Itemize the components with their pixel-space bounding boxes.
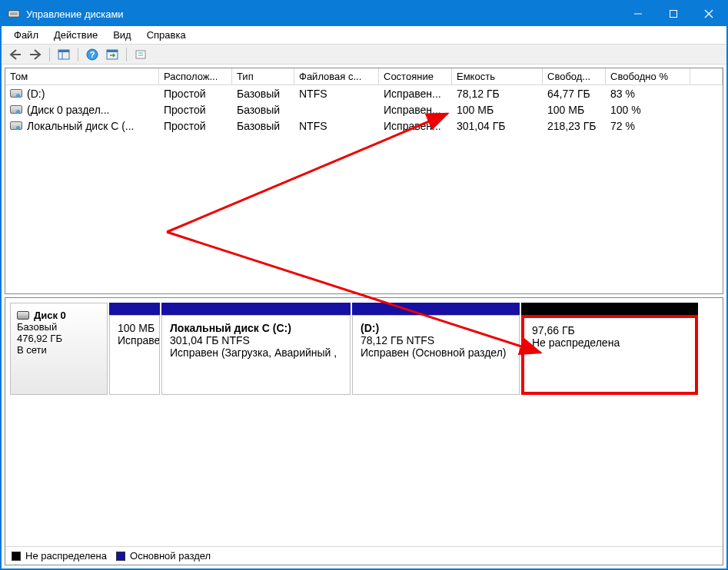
col-freepct[interactable]: Свободно % — [606, 68, 690, 85]
volume-list-body[interactable]: (D:)ПростойБазовыйNTFSИсправен...78,12 Г… — [5, 85, 723, 293]
svg-rect-7 — [58, 50, 69, 52]
forward-button[interactable] — [26, 47, 45, 62]
cell-status: Исправен... — [379, 120, 452, 132]
partition-size: 301,04 ГБ NTFS — [170, 334, 342, 346]
cell-status: Исправен... — [379, 88, 452, 100]
refresh-icon[interactable] — [103, 47, 121, 62]
disk-label: Диск 0 — [34, 310, 66, 321]
disk-row: Диск 0 Базовый 476,92 ГБ В сети 100 МБИс… — [10, 303, 718, 395]
minimize-button[interactable] — [620, 2, 656, 26]
col-status[interactable]: Состояние — [379, 68, 452, 85]
panel-icon[interactable] — [55, 47, 73, 62]
col-spare[interactable] — [690, 68, 723, 85]
disk-layout-area: Диск 0 Базовый 476,92 ГБ В сети 100 МБИс… — [5, 298, 723, 546]
cell-freepct: 72 % — [606, 120, 690, 132]
cell-type: Базовый — [232, 104, 294, 116]
svg-rect-3 — [670, 11, 677, 18]
partition-status: Не распределена — [532, 336, 687, 349]
titlebar[interactable]: Управление дисками — [2, 2, 726, 26]
menubar: Файл Действие Вид Справка — [2, 26, 726, 45]
stripe-segment — [352, 303, 520, 315]
cell-layout: Простой — [159, 120, 232, 132]
partition-status: Исправен — [118, 334, 151, 346]
cell-layout: Простой — [159, 88, 232, 100]
cell-free: 100 МБ — [543, 104, 606, 116]
graphical-view-panel: Диск 0 Базовый 476,92 ГБ В сети 100 МБИс… — [5, 297, 723, 565]
legend: Не распределена Основной раздел — [5, 546, 723, 565]
back-button[interactable] — [6, 47, 25, 62]
cell-freepct: 100 % — [606, 104, 690, 116]
toolbar-separator — [126, 48, 127, 61]
cell-capacity: 301,04 ГБ — [452, 120, 543, 132]
cell-capacity: 100 МБ — [452, 104, 543, 116]
disk-icon — [17, 311, 29, 320]
cell-type: Базовый — [232, 88, 294, 100]
disk-capacity: 476,92 ГБ — [17, 333, 101, 344]
cell-volume: (D:) — [5, 88, 159, 100]
col-free[interactable]: Свобод... — [543, 68, 606, 85]
partition-size: 100 МБ — [118, 322, 151, 334]
svg-rect-13 — [136, 51, 145, 58]
partition-box[interactable]: Локальный диск C (C:)301,04 ГБ NTFSИспра… — [161, 315, 351, 395]
volume-list-panel: ТомРасполож...ТипФайловая с...СостояниеЕ… — [5, 68, 723, 294]
toolbar-separator — [78, 48, 78, 61]
volume-icon — [10, 105, 22, 114]
partition-box[interactable]: 97,66 ГБНе распределена — [521, 315, 698, 395]
volume-list-header[interactable]: ТомРасполож...ТипФайловая с...СостояниеЕ… — [5, 68, 723, 85]
cell-filesystem: NTFS — [294, 120, 379, 132]
stripe-segment — [521, 303, 698, 315]
partition-bodies: 100 МБИсправенЛокальный диск C (C:)301,0… — [109, 315, 718, 395]
col-volume[interactable]: Том — [5, 68, 159, 85]
menu-help[interactable]: Справка — [139, 28, 194, 42]
help-icon[interactable]: ? — [83, 47, 101, 62]
legend-swatch-primary — [116, 552, 125, 561]
col-filesystem[interactable]: Файловая с... — [294, 68, 379, 85]
cell-type: Базовый — [232, 120, 294, 132]
partition-box[interactable]: (D:)78,12 ГБ NTFSИсправен (Основной разд… — [352, 315, 520, 395]
col-capacity[interactable]: Емкость — [452, 68, 543, 85]
svg-rect-1 — [10, 12, 18, 15]
partition-size: 97,66 ГБ — [532, 324, 687, 336]
cell-capacity: 78,12 ГБ — [452, 88, 543, 100]
menu-view[interactable]: Вид — [105, 28, 139, 42]
table-row[interactable]: (Диск 0 раздел...ПростойБазовыйИсправен.… — [5, 101, 723, 118]
legend-primary: Основной раздел — [130, 550, 211, 562]
cell-layout: Простой — [159, 104, 232, 116]
cell-volume: Локальный диск C (... — [5, 120, 159, 132]
stripe-segment — [109, 303, 160, 315]
svg-text:?: ? — [90, 50, 95, 59]
settings-icon[interactable] — [131, 47, 150, 62]
disk-online: В сети — [17, 344, 101, 356]
volume-icon — [10, 121, 22, 130]
cell-status: Исправен... — [379, 104, 452, 116]
partition-box[interactable]: 100 МБИсправен — [109, 315, 160, 395]
app-icon — [8, 8, 20, 20]
cell-volume: (Диск 0 раздел... — [5, 104, 159, 116]
partition-status: Исправен (Основной раздел) — [361, 346, 511, 359]
svg-rect-12 — [107, 50, 118, 52]
volume-icon — [10, 89, 22, 98]
legend-swatch-unallocated — [12, 552, 21, 561]
partition-size: 78,12 ГБ NTFS — [361, 334, 511, 346]
maximize-button[interactable] — [656, 2, 691, 26]
disk-info-box[interactable]: Диск 0 Базовый 476,92 ГБ В сети — [10, 303, 108, 395]
partition-name: Локальный диск C (C:) — [170, 322, 342, 334]
toolbar: ? — [2, 45, 726, 65]
disk-type: Базовый — [17, 321, 101, 333]
cell-free: 64,77 ГБ — [543, 88, 606, 100]
partition-stripe — [109, 303, 718, 315]
col-type[interactable]: Тип — [232, 68, 294, 85]
menu-file[interactable]: Файл — [6, 28, 46, 42]
toolbar-separator — [49, 48, 50, 61]
partition-status: Исправен (Загрузка, Аварийный , — [170, 346, 342, 359]
legend-unallocated: Не распределена — [25, 550, 107, 562]
cell-freepct: 83 % — [606, 88, 690, 100]
content-area: ТомРасполож...ТипФайловая с...СостояниеЕ… — [2, 65, 726, 568]
col-layout[interactable]: Располож... — [159, 68, 232, 85]
close-button[interactable] — [691, 2, 726, 26]
disk-management-window: Управление дисками Файл Действие Вид Спр… — [0, 0, 728, 570]
window-title: Управление дисками — [26, 8, 620, 20]
table-row[interactable]: (D:)ПростойБазовыйNTFSИсправен...78,12 Г… — [5, 85, 723, 101]
menu-action[interactable]: Действие — [46, 28, 105, 42]
table-row[interactable]: Локальный диск C (...ПростойБазовыйNTFSИ… — [5, 118, 723, 134]
